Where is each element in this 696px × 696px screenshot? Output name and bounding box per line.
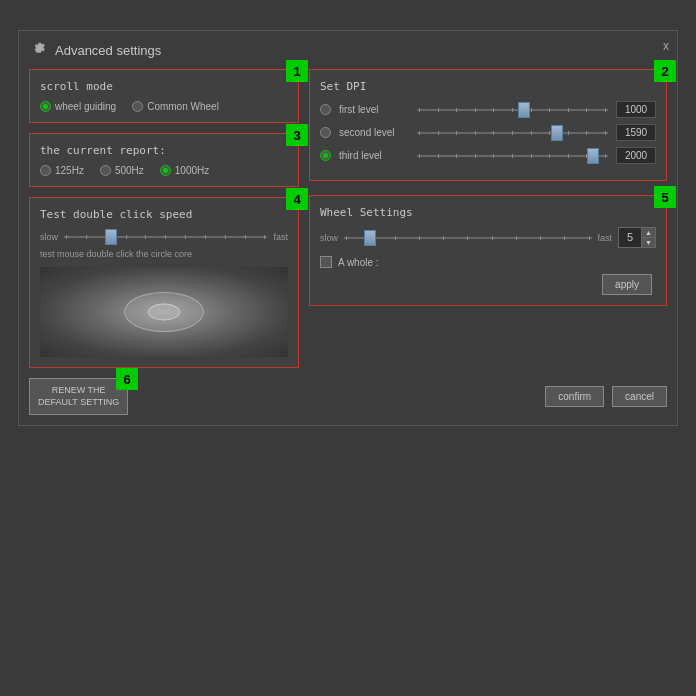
title-bar: Advanced settings x [29,41,667,59]
dpi-third-handle[interactable] [587,148,599,164]
wheel-speed-slider[interactable] [344,230,592,246]
test-double-click-panel: 4 Test double click speed slow [29,197,299,368]
scroll-mode-wheel-guiding-label: wheel guiding [55,101,116,112]
badge-2: 2 [654,60,676,82]
wheel-speed-handle[interactable] [364,230,376,246]
badge-3: 3 [286,124,308,146]
dpi-row-third: third level 2000 [320,147,656,164]
wheel-settings-panel: 5 Wheel Settings slow fast [309,195,667,306]
oval-target[interactable] [124,292,204,332]
scroll-mode-option-common-wheel[interactable]: Common Wheel [132,101,219,112]
scroll-mode-options: wheel guiding Common Wheel [40,101,288,112]
dpi-third-radio[interactable] [320,150,331,161]
right-column: 2 Set DPI first level [309,69,667,368]
test-speed-handle[interactable] [105,229,117,245]
cancel-button[interactable]: cancel [612,386,667,407]
spinner-down-button[interactable]: ▼ [642,238,655,247]
radio-125hz[interactable] [40,165,51,176]
radio-dpi-third[interactable] [320,150,331,161]
wheel-speed-row: slow fast 5 [320,227,656,248]
renew-wrapper: 6 RENEW THEDEFAULT SETTING [29,378,128,415]
apply-row: apply [320,274,656,295]
dpi-second-slider[interactable] [417,125,608,141]
test-speed-row: slow fast [40,229,288,245]
report-500hz-label: 500Hz [115,165,144,176]
wheel-spinner[interactable]: 5 ▲ ▼ [618,227,656,248]
radio-1000hz[interactable] [160,165,171,176]
set-dpi-title: Set DPI [320,80,656,93]
wheel-slow-label: slow [320,233,338,243]
radio-wheel-guiding[interactable] [40,101,51,112]
report-125hz-label: 125Hz [55,165,84,176]
test-double-click-title: Test double click speed [40,208,288,221]
close-button[interactable]: x [663,39,669,53]
main-layout: 1 scroll mode wheel guiding Common Wheel [29,69,667,368]
spinner-value: 5 [619,228,641,247]
dpi-first-label: first level [339,104,409,115]
dpi-second-label: second level [339,127,409,138]
dpi-third-label: third level [339,150,409,161]
badge-6: 6 [116,368,138,390]
wheel-fast-label: fast [598,233,613,243]
dpi-third-slider[interactable] [417,148,608,164]
apply-button[interactable]: apply [602,274,652,295]
window-title: Advanced settings [55,43,161,58]
radio-500hz[interactable] [100,165,111,176]
report-125hz[interactable]: 125Hz [40,165,84,176]
renew-default-button[interactable]: RENEW THEDEFAULT SETTING [29,378,128,415]
left-column: 1 scroll mode wheel guiding Common Wheel [29,69,299,368]
dpi-second-radio[interactable] [320,127,331,138]
radio-dpi-second[interactable] [320,127,331,138]
dpi-first-radio[interactable] [320,104,331,115]
gear-icon [29,41,47,59]
dpi-second-handle[interactable] [551,125,563,141]
dpi-third-value: 2000 [616,147,656,164]
dpi-first-value: 1000 [616,101,656,118]
advanced-settings-window: Advanced settings x 1 scroll mode wheel … [18,30,678,426]
dpi-row-second: second level 1590 [320,124,656,141]
scroll-mode-panel: 1 scroll mode wheel guiding Common Wheel [29,69,299,123]
test-hint: test mouse double click the circle core [40,249,288,259]
radio-dpi-first[interactable] [320,104,331,115]
current-report-title: the current report: [40,144,288,157]
double-click-test-area[interactable] [40,267,288,357]
spinner-buttons: ▲ ▼ [641,228,655,247]
scroll-mode-title: scroll mode [40,80,288,93]
report-1000hz-label: 1000Hz [175,165,209,176]
test-fast-label: fast [273,232,288,242]
confirm-button[interactable]: confirm [545,386,604,407]
dpi-first-slider[interactable] [417,102,608,118]
wheel-settings-title: Wheel Settings [320,206,656,219]
bottom-row: 6 RENEW THEDEFAULT SETTING confirm cance… [29,378,667,415]
dpi-second-value: 1590 [616,124,656,141]
badge-5: 5 [654,186,676,208]
current-report-options: 125Hz 500Hz 1000Hz [40,165,288,176]
bottom-buttons: confirm cancel [545,386,667,407]
dpi-row-first: first level 1000 [320,101,656,118]
badge-1: 1 [286,60,308,82]
set-dpi-panel: 2 Set DPI first level [309,69,667,181]
dpi-first-handle[interactable] [518,102,530,118]
test-slow-label: slow [40,232,58,242]
radio-common-wheel[interactable] [132,101,143,112]
current-report-panel: 3 the current report: 125Hz 500Hz [29,133,299,187]
spinner-up-button[interactable]: ▲ [642,228,655,238]
scroll-mode-common-wheel-label: Common Wheel [147,101,219,112]
report-500hz[interactable]: 500Hz [100,165,144,176]
report-1000hz[interactable]: 1000Hz [160,165,209,176]
badge-4: 4 [286,188,308,210]
awhole-row: A whole : [320,256,656,268]
awhole-label: A whole : [338,257,379,268]
scroll-mode-option-wheel-guiding[interactable]: wheel guiding [40,101,116,112]
test-speed-slider[interactable] [64,229,267,245]
awhole-checkbox[interactable] [320,256,332,268]
